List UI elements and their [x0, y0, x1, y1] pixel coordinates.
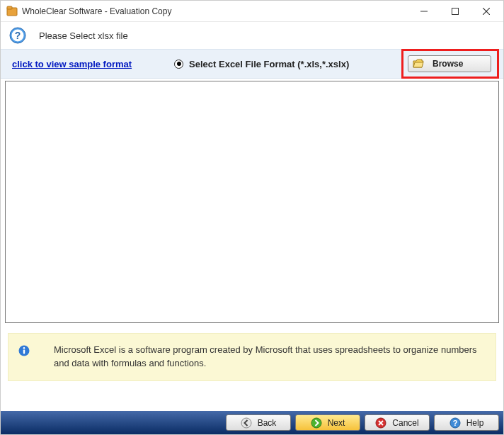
back-button[interactable]: Back	[226, 414, 291, 431]
browse-highlight: Browse	[401, 49, 499, 79]
browse-label: Browse	[433, 59, 463, 69]
help-circle-icon: ?	[449, 417, 461, 429]
help-button[interactable]: ? Help	[434, 414, 499, 431]
toolbar: click to view sample format Select Excel…	[1, 49, 503, 79]
next-label: Next	[328, 418, 345, 428]
maximize-button[interactable]	[440, 1, 471, 21]
close-button[interactable]	[471, 1, 502, 21]
browse-button[interactable]: Browse	[408, 55, 491, 72]
svg-point-10	[23, 347, 25, 349]
header-prompt: Please Select xlsx file	[39, 30, 128, 41]
svg-rect-1	[7, 6, 12, 9]
svg-rect-11	[23, 350, 25, 354]
cancel-icon	[375, 417, 386, 429]
next-arrow-icon	[311, 417, 322, 429]
cancel-button[interactable]: Cancel	[365, 414, 430, 431]
file-format-radio[interactable]: Select Excel File Format (*.xls,*.xslx)	[174, 59, 349, 69]
svg-point-12	[241, 418, 251, 428]
help-icon: ?	[9, 27, 26, 44]
content-area	[5, 81, 499, 323]
next-button[interactable]: Next	[295, 414, 360, 431]
info-icon	[18, 345, 30, 356]
help-label: Help	[466, 418, 484, 428]
radio-selected-icon	[174, 60, 183, 69]
svg-point-13	[311, 418, 321, 428]
window-title: WholeClear Software - Evaluation Copy	[22, 6, 408, 16]
svg-text:?: ?	[15, 30, 21, 41]
minimize-button[interactable]	[408, 1, 440, 21]
titlebar: WholeClear Software - Evaluation Copy	[1, 1, 503, 22]
sample-format-link[interactable]: click to view sample format	[12, 59, 132, 69]
back-label: Back	[258, 418, 277, 428]
file-format-label: Select Excel File Format (*.xls,*.xslx)	[189, 59, 349, 69]
cancel-label: Cancel	[392, 418, 418, 428]
footer: Back Next Cancel ? Help	[1, 411, 503, 434]
info-text: Microsoft Excel is a software program cr…	[54, 344, 483, 371]
app-icon	[6, 6, 18, 17]
header: ? Please Select xlsx file	[1, 22, 503, 49]
folder-open-icon	[413, 59, 424, 69]
svg-rect-3	[452, 8, 459, 14]
svg-text:?: ?	[452, 419, 457, 427]
back-arrow-icon	[241, 417, 252, 429]
info-panel: Microsoft Excel is a software program cr…	[8, 333, 496, 381]
